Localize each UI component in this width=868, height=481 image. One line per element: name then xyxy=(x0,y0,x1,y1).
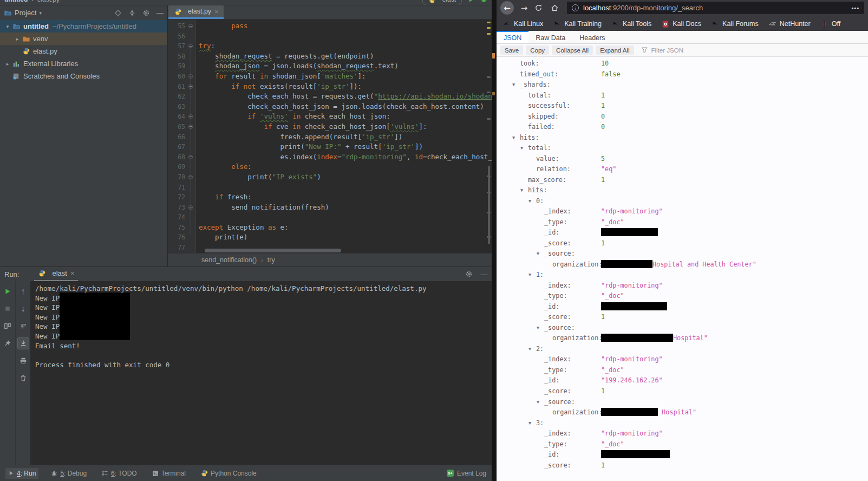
json-row-successful[interactable]: successful:1 xyxy=(497,101,868,112)
chevron-right-icon[interactable]: ▸ xyxy=(3,61,12,67)
collapse-all-button[interactable]: Collapse All xyxy=(552,46,593,55)
fold-marker-icon[interactable] xyxy=(188,155,193,159)
json-row-organization[interactable]: organization: Hospital" xyxy=(497,407,868,418)
code-line-62[interactable]: 62 check_each_host = requests.get("https… xyxy=(168,92,492,102)
json-row-_shards[interactable]: ▼_shards: xyxy=(497,80,868,90)
expand-all-button[interactable]: Expand All xyxy=(596,46,634,55)
rerun-button[interactable] xyxy=(2,285,14,297)
code-line-57[interactable]: 57try: xyxy=(168,41,492,51)
expand-triangle-icon[interactable]: ▼ xyxy=(528,270,531,281)
up-stacktrace-button[interactable]: ↑ xyxy=(17,285,29,297)
json-row-_type[interactable]: _type:"_doc" xyxy=(497,291,868,302)
json-row-_score[interactable]: _score:1 xyxy=(497,238,868,249)
pin-tab-button[interactable] xyxy=(2,337,14,349)
event-log-button[interactable]: Event Log xyxy=(457,470,486,477)
json-row-_id[interactable]: _id: xyxy=(497,227,868,238)
debug-button[interactable] xyxy=(480,0,487,3)
save-button[interactable]: Save xyxy=(500,46,523,55)
url-bar[interactable]: i localhost:9200/rdp-monitoring/_search … xyxy=(567,2,864,14)
fold-marker-icon[interactable] xyxy=(188,24,193,28)
json-row-_score[interactable]: _score:1 xyxy=(497,386,868,397)
json-row-hits[interactable]: ▼hits: xyxy=(497,185,868,196)
run-console[interactable]: /home/kali/PycharmProjects/untitled/venv… xyxy=(30,281,492,465)
code-line-70[interactable]: 70 print("IP exists") xyxy=(168,172,492,183)
json-row-value[interactable]: value:5 xyxy=(497,154,868,165)
editor-vscrollbar[interactable] xyxy=(488,166,490,244)
fold-marker-icon[interactable] xyxy=(188,74,193,79)
json-row-organization[interactable]: organization:Hospital and Health Center" xyxy=(497,259,868,270)
project-tree-item-elast-py[interactable]: elast.py xyxy=(0,45,167,57)
json-row-_type[interactable]: _type:"_doc" xyxy=(497,217,868,228)
reload-button[interactable] xyxy=(534,4,546,12)
bookmark-kali-tools[interactable]: Kali Tools xyxy=(612,20,651,28)
json-row-_index[interactable]: _index:"rdp-monitoring" xyxy=(497,281,868,291)
editor-tab-elast[interactable]: elast.py × xyxy=(168,5,224,19)
bookmark-kali-docs[interactable]: Kali Docs xyxy=(662,20,701,28)
json-row-_source[interactable]: ▼_source: xyxy=(497,249,868,259)
code-line-64[interactable]: 64 if 'vulns' in check_each_host_json: xyxy=(168,112,492,122)
code-line-72[interactable]: 72 if fresh: xyxy=(168,192,492,203)
print-button[interactable] xyxy=(17,355,29,367)
breadcrumb-function[interactable]: send_notification() xyxy=(201,256,257,264)
json-row-took[interactable]: took:10 xyxy=(497,58,868,69)
expand-triangle-icon[interactable]: ▼ xyxy=(520,185,523,196)
hide-panel-icon[interactable]: — xyxy=(156,9,164,17)
json-row-_index[interactable]: _index:"rdp-monitoring" xyxy=(497,428,868,439)
json-row-organization[interactable]: organization:Hospital" xyxy=(497,333,868,344)
code-line-59[interactable]: 59 shodan_json = json.loads(shodan_reque… xyxy=(168,61,492,72)
code-line-73[interactable]: 73 send_notification(fresh) xyxy=(168,203,492,213)
statusbar-terminal-button[interactable]: Terminal xyxy=(149,468,188,479)
code-line-68[interactable]: 68 es.index(index="rdp-monitoring", id=c… xyxy=(168,152,492,162)
bookmark-kali-linux[interactable]: Kali Linux xyxy=(503,20,543,28)
json-row-2[interactable]: ▼2: xyxy=(497,344,868,355)
project-tree-item-scratches-and-consoles[interactable]: Scratches and Consoles xyxy=(0,70,167,82)
back-button[interactable]: ← xyxy=(500,1,514,15)
json-row-_source[interactable]: ▼_source: xyxy=(497,323,868,334)
json-row-_score[interactable]: _score:1 xyxy=(497,312,868,323)
json-row-3[interactable]: ▼3: xyxy=(497,418,868,429)
forward-button[interactable]: → xyxy=(518,3,530,13)
statusbar-todo-button[interactable]: 6: TODO xyxy=(99,468,140,479)
expand-triangle-icon[interactable]: ▼ xyxy=(512,133,515,144)
copy-button[interactable]: Copy xyxy=(526,46,549,55)
code-editor[interactable]: 55 pass5657try:58 shodan_request = reque… xyxy=(168,20,492,253)
json-row-_score[interactable]: _score:1 xyxy=(497,460,868,471)
fold-marker-icon[interactable] xyxy=(188,114,193,119)
close-icon[interactable]: × xyxy=(214,8,219,16)
fold-marker-icon[interactable] xyxy=(188,125,193,129)
json-row-timed_out[interactable]: timed_out:false xyxy=(497,69,868,80)
run-config-selector[interactable]: elast xyxy=(422,0,462,5)
stop-button[interactable] xyxy=(2,303,14,315)
soft-wrap-button[interactable] xyxy=(17,320,29,332)
gear-icon[interactable] xyxy=(465,270,473,278)
expand-triangle-icon[interactable]: ▼ xyxy=(528,196,531,207)
bookmark-kali-training[interactable]: Kali Training xyxy=(553,20,602,28)
json-row-_type[interactable]: _type:"_doc" xyxy=(497,439,868,450)
json-row-_id[interactable]: _id:"199.246.162.26" xyxy=(497,375,868,386)
json-row-_type[interactable]: _type:"_doc" xyxy=(497,365,868,376)
code-line-71[interactable]: 71 xyxy=(168,183,492,193)
project-tree-item-untitled[interactable]: ▾untitled~/PycharmProjects/untitled xyxy=(0,20,167,32)
code-line-74[interactable]: 74 xyxy=(168,212,492,223)
code-line-61[interactable]: 61 if not exists(result['ip_str']): xyxy=(168,82,492,92)
json-row-_index[interactable]: _index:"rdp-monitoring" xyxy=(497,354,868,365)
run-tab-elast[interactable]: elast × xyxy=(34,268,77,281)
filter-json-input[interactable]: Filter JSON xyxy=(641,47,683,54)
json-row-_source[interactable]: ▼_source: xyxy=(497,397,868,408)
bookmark-kali-forums[interactable]: Kali Forums xyxy=(712,20,759,28)
code-line-66[interactable]: 66 fresh.append(result['ip_str']) xyxy=(168,132,492,142)
code-line-63[interactable]: 63 check_each_host_json = json.loads(che… xyxy=(168,102,492,112)
code-line-65[interactable]: 65 if cve in check_each_host_json['vulns… xyxy=(168,122,492,132)
run-button[interactable] xyxy=(467,0,475,3)
chevron-down-icon[interactable]: ▾ xyxy=(39,10,42,16)
statusbar-run-button[interactable]: 4: Run xyxy=(5,468,38,479)
code-line-56[interactable]: 56 xyxy=(168,31,492,42)
json-row-max_score[interactable]: max_score:1 xyxy=(497,175,868,186)
fold-marker-icon[interactable] xyxy=(188,175,193,179)
code-line-76[interactable]: 76 print(e) xyxy=(168,232,492,243)
json-row-total[interactable]: total:1 xyxy=(497,90,868,101)
viewer-tab-raw-data[interactable]: Raw Data xyxy=(528,31,572,43)
code-line-75[interactable]: 75except Exception as e: xyxy=(168,223,492,233)
expand-triangle-icon[interactable]: ▼ xyxy=(512,80,515,90)
expand-triangle-icon[interactable]: ▼ xyxy=(528,344,531,355)
